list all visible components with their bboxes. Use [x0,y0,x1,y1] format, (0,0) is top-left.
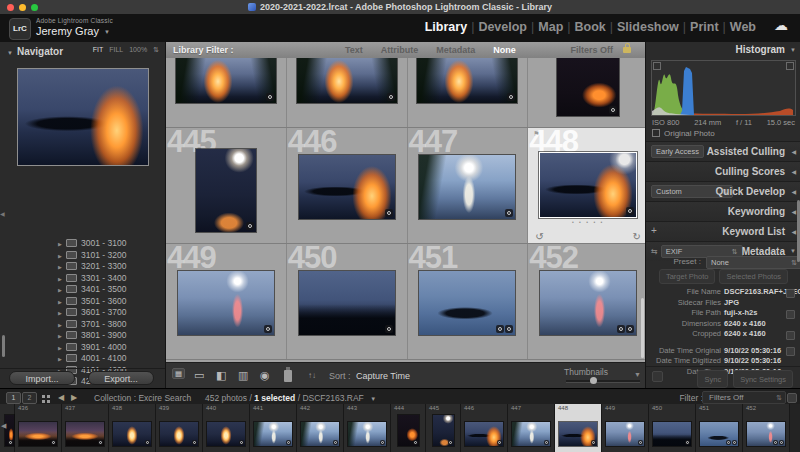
selected-photos-button[interactable]: Selected Photos [719,269,788,284]
filter-option-text[interactable]: Text [345,45,363,55]
photo-thumbnail[interactable] [301,422,339,446]
collection-item-3401-3500[interactable]: ▶3401 - 3500 [0,284,165,296]
photo-thumbnail[interactable] [176,58,276,103]
filmstrip-cell-440[interactable]: 440 [203,404,250,452]
grid-cell-451[interactable]: 451 [408,244,529,359]
metadata-action-button[interactable] [786,347,795,356]
user-identity[interactable]: Jeremy Gray▼ [36,25,113,37]
metadata-action-button[interactable] [786,331,795,340]
toolbar-options-icon[interactable]: ▼ [634,371,641,378]
grid-view-icon[interactable]: ▦ [172,368,185,379]
grid-cell-top-2[interactable] [287,58,408,127]
photo-thumbnail[interactable] [700,422,738,446]
grid-cell-445[interactable]: 445 [166,128,287,243]
grid-cell-448[interactable]: 448⚑• • • • •↺↻ [528,128,645,243]
module-slideshow[interactable]: Slideshow [617,20,679,34]
collapse-icon[interactable]: ◀ [791,208,796,215]
flag-icon[interactable]: ⚑ [533,130,539,138]
photo-thumbnail[interactable] [559,422,597,446]
collapse-icon[interactable]: ◀ [791,148,796,155]
photo-thumbnail[interactable] [5,415,14,446]
collection-item-3101-3200[interactable]: ▶3101 - 3200 [0,250,165,262]
photo-thumbnail[interactable] [417,58,517,103]
compare-view-icon[interactable]: ◧ [216,369,226,382]
collection-item-3701-3800[interactable]: ▶3701 - 3800 [0,319,165,331]
collection-item-3001-3100[interactable]: ▶3001 - 3100 [0,238,165,250]
filter-dropdown[interactable]: Filters Off⇅ [702,391,786,404]
button-sync-settings[interactable]: Sync Settings [733,370,793,388]
filters-off-label[interactable]: Filters Off [570,45,613,55]
rating-dots[interactable]: • • • • • [528,219,645,225]
collection-item-3301-3400[interactable]: ▶3301 - 3400 [0,273,165,285]
grid-cell-top-1[interactable] [166,58,287,127]
section-keywording[interactable]: Keywording◀ [646,201,800,221]
photo-thumbnail[interactable] [196,149,256,232]
collapse-icon[interactable]: ◀ [791,188,796,195]
lock-icon[interactable] [623,47,631,53]
filter-option-metadata[interactable]: Metadata [436,45,475,55]
preset-dropdown[interactable]: None⇅ [706,256,800,269]
photo-thumbnail[interactable] [606,422,644,446]
cloud-sync-icon[interactable]: ☁ [774,17,788,33]
module-map[interactable]: Map [538,20,563,34]
photo-thumbnail[interactable] [207,422,245,446]
photo-thumbnail[interactable] [419,271,515,335]
thumbnail-size-slider[interactable] [566,380,640,383]
filmstrip-cell-437[interactable]: 437 [62,404,109,452]
module-web[interactable]: Web [730,20,756,34]
import-button[interactable]: Import... [9,371,75,385]
filmstrip-cell-438[interactable]: 438 [109,404,156,452]
collection-item-3501-3600[interactable]: ▶3501 - 3600 [0,296,165,308]
collection-item-3801-3900[interactable]: ▶3801 - 3900 [0,330,165,342]
section-assisted-culling[interactable]: Early AccessAssisted Culling◀ [646,141,800,161]
sort-value[interactable]: Capture Time [356,371,410,381]
section-keyword-list[interactable]: +Keyword List◀ [646,221,800,241]
photo-thumbnail[interactable] [348,422,386,446]
go-back-icon[interactable]: ◀ [58,393,64,402]
target-photo-button[interactable]: Target Photo [659,269,716,284]
filmstrip-cell-441[interactable]: 441 [250,404,297,452]
filmstrip-source-label[interactable]: Collection : Excire Search [94,393,191,403]
filmstrip-cell-449[interactable]: 449 [602,404,649,452]
export-button[interactable]: Export... [88,371,154,385]
add-keyword-button[interactable]: + [651,225,657,237]
photo-thumbnail[interactable] [653,422,691,446]
collection-item-3901-4000[interactable]: ▶3901 - 4000 [0,342,165,354]
metadata-action-button[interactable] [786,289,795,298]
photo-thumbnail[interactable] [19,422,57,446]
collection-item-4001-4100[interactable]: ▶4001 - 4100 [0,353,165,365]
filmstrip-cell-442[interactable]: 442 [297,404,344,452]
grid-cell-452[interactable]: 452 [528,244,645,359]
filmstrip-cell-443[interactable]: 443 [344,404,391,452]
photo-thumbnail[interactable] [747,422,785,446]
section-culling-scores[interactable]: Culling Scores◀ [646,161,800,181]
module-library[interactable]: Library [425,20,467,34]
secondary-monitor-button[interactable]: 2 [22,392,37,404]
photo-thumbnail[interactable] [398,415,419,446]
grid-cell-top-3[interactable] [408,58,529,127]
collapse-icon[interactable]: ◀ [791,168,796,175]
photo-thumbnail[interactable] [433,415,454,446]
go-forward-icon[interactable]: ▶ [71,393,77,402]
rotate-right-icon[interactable]: ↻ [633,231,641,242]
slider-knob[interactable] [590,377,597,384]
grid-cell-447[interactable]: 447 [408,128,529,243]
grid-cell-449[interactable]: 449 [166,244,287,359]
photo-thumbnail[interactable] [512,422,550,446]
filter-option-attribute[interactable]: Attribute [381,45,419,55]
module-develop[interactable]: Develop [478,20,527,34]
filmstrip-cell-439[interactable]: 439 [156,404,203,452]
filmstrip-cell-446[interactable]: 446 [461,404,508,452]
navigator-preview[interactable] [17,68,149,166]
photo-thumbnail[interactable] [178,271,274,335]
filmstrip-scroll-left-icon[interactable]: ◀ [1,422,6,430]
photo-thumbnail[interactable] [419,155,515,219]
photo-thumbnail[interactable] [113,422,151,446]
checkbox-icon[interactable] [652,129,660,137]
original-photo-toggle[interactable]: Original Photo [652,129,715,138]
left-panel-scrollbar[interactable] [2,335,5,357]
filmstrip-status[interactable]: 452 photos / 1 selected / DSCF2163.RAF ▼ [205,393,376,403]
filmstrip-cell-451[interactable]: 451 [696,404,743,452]
filter-switch-icon[interactable] [787,393,797,403]
collection-item-3201-3300[interactable]: ▶3201 - 3300 [0,261,165,273]
